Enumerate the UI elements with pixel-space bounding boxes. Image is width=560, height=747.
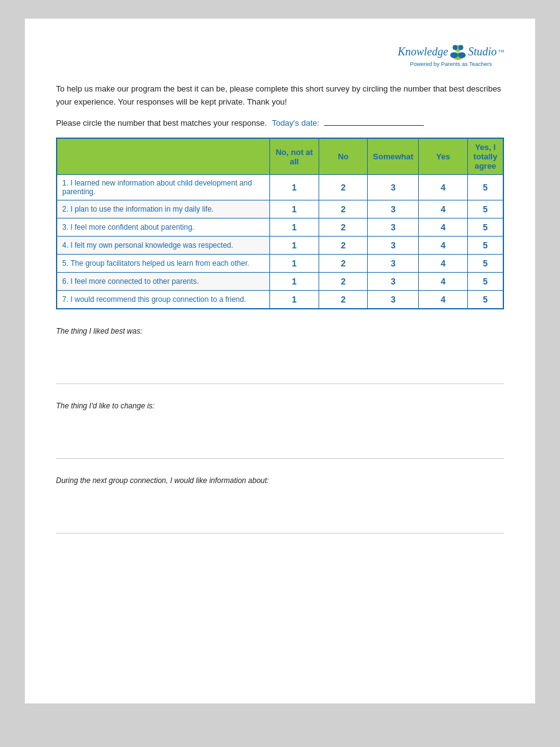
open-label-2: The thing I'd like to change is:	[56, 402, 504, 410]
logo-title: Knowledge Studio ™	[398, 44, 504, 61]
answer-cell-6-2[interactable]: 2	[319, 273, 368, 291]
answer-cell-3-2[interactable]: 2	[319, 218, 368, 237]
answer-cell-6-3[interactable]: 3	[368, 273, 419, 291]
header-col4: Yes	[419, 138, 468, 175]
open-questions-section: The thing I liked best was: The thing I'…	[56, 327, 504, 533]
logo-text-knowledge: Knowledge	[398, 45, 448, 59]
answer-cell-1-4[interactable]: 4	[419, 175, 468, 200]
answer-cell-3-5[interactable]: 5	[468, 218, 503, 237]
question-cell-4: 4. I felt my own personal knowledge was …	[57, 237, 270, 255]
answer-cell-6-4[interactable]: 4	[419, 273, 468, 291]
header-col2: No	[319, 138, 368, 175]
answer-cell-1-2[interactable]: 2	[319, 175, 368, 200]
answer-cell-4-4[interactable]: 4	[419, 237, 468, 255]
svg-point-1	[453, 45, 458, 50]
answer-cell-4-1[interactable]: 1	[270, 237, 319, 255]
answer-cell-7-4[interactable]: 4	[419, 291, 468, 309]
answer-cell-6-1[interactable]: 1	[270, 273, 319, 291]
direction-text: Please circle the number that best match…	[56, 118, 267, 128]
answer-cell-2-5[interactable]: 5	[468, 200, 503, 218]
answer-cell-7-3[interactable]: 3	[368, 291, 419, 309]
answer-cell-1-3[interactable]: 3	[368, 175, 419, 200]
answer-cell-2-2[interactable]: 2	[319, 200, 368, 218]
answer-cell-4-3[interactable]: 3	[368, 237, 419, 255]
logo: Knowledge Studio ™ Powered by Parents as…	[398, 44, 504, 68]
answer-cell-5-4[interactable]: 4	[419, 255, 468, 273]
open-label-1: The thing I liked best was:	[56, 327, 504, 336]
table-row: 2. I plan to use the information in my d…	[57, 200, 503, 218]
open-space-2	[56, 415, 504, 459]
date-line: Please circle the number that best match…	[56, 118, 504, 128]
header-col5: Yes, I totally agree	[468, 138, 503, 175]
survey-table: No, not at all No Somewhat Yes Yes, I to…	[56, 138, 504, 309]
answer-cell-7-5[interactable]: 5	[468, 291, 503, 309]
answer-cell-7-1[interactable]: 1	[270, 291, 319, 309]
logo-area: Knowledge Studio ™ Powered by Parents as…	[56, 44, 504, 68]
table-row: 6. I feel more connected to other parent…	[57, 273, 503, 291]
table-header-row: No, not at all No Somewhat Yes Yes, I to…	[57, 138, 503, 175]
intro-paragraph: To help us make our program the best it …	[56, 83, 504, 109]
question-cell-3: 3. I feel more confident about parenting…	[57, 218, 270, 237]
date-label: Today's date:	[272, 118, 319, 128]
question-cell-7: 7. I would recommend this group connecti…	[57, 291, 270, 309]
logo-icon	[449, 44, 467, 61]
page: Knowledge Studio ™ Powered by Parents as…	[25, 19, 535, 703]
answer-cell-4-2[interactable]: 2	[319, 237, 368, 255]
answer-cell-6-5[interactable]: 5	[468, 273, 503, 291]
question-cell-2: 2. I plan to use the information in my d…	[57, 200, 270, 218]
logo-text-studio: Studio	[468, 45, 497, 59]
open-block-3: During the next group connection, I woul…	[56, 476, 504, 533]
table-row: 7. I would recommend this group connecti…	[57, 291, 503, 309]
answer-cell-3-1[interactable]: 1	[270, 218, 319, 237]
table-row: 3. I feel more confident about parenting…	[57, 218, 503, 237]
answer-cell-7-2[interactable]: 2	[319, 291, 368, 309]
table-row: 5. The group facilitators helped us lear…	[57, 255, 503, 273]
svg-point-5	[458, 52, 465, 58]
answer-cell-2-1[interactable]: 1	[270, 200, 319, 218]
answer-cell-3-3[interactable]: 3	[368, 218, 419, 237]
question-cell-1: 1. I learned new information about child…	[57, 175, 270, 200]
question-cell-6: 6. I feel more connected to other parent…	[57, 273, 270, 291]
open-block-2: The thing I'd like to change is:	[56, 402, 504, 459]
answer-cell-5-1[interactable]: 1	[270, 255, 319, 273]
table-row: 1. I learned new information about child…	[57, 175, 503, 200]
answer-cell-1-1[interactable]: 1	[270, 175, 319, 200]
answer-cell-3-4[interactable]: 4	[419, 218, 468, 237]
logo-subtitle: Powered by Parents as Teachers	[398, 61, 504, 68]
svg-point-2	[459, 45, 464, 50]
open-space-3	[56, 490, 504, 533]
answer-cell-1-5[interactable]: 5	[468, 175, 503, 200]
answer-cell-4-5[interactable]: 5	[468, 237, 503, 255]
answer-cell-5-3[interactable]: 3	[368, 255, 419, 273]
date-underline-field[interactable]	[324, 125, 424, 126]
open-label-3: During the next group connection, I woul…	[56, 476, 504, 485]
question-cell-5: 5. The group facilitators helped us lear…	[57, 255, 270, 273]
answer-cell-2-4[interactable]: 4	[419, 200, 468, 218]
header-question	[57, 138, 270, 175]
answer-cell-5-2[interactable]: 2	[319, 255, 368, 273]
svg-point-4	[450, 52, 458, 58]
header-col1: No, not at all	[270, 138, 319, 175]
answer-cell-5-5[interactable]: 5	[468, 255, 503, 273]
table-row: 4. I felt my own personal knowledge was …	[57, 237, 503, 255]
open-space-1	[56, 341, 504, 384]
header-col3: Somewhat	[368, 138, 419, 175]
answer-cell-2-3[interactable]: 3	[368, 200, 419, 218]
open-block-1: The thing I liked best was:	[56, 327, 504, 384]
